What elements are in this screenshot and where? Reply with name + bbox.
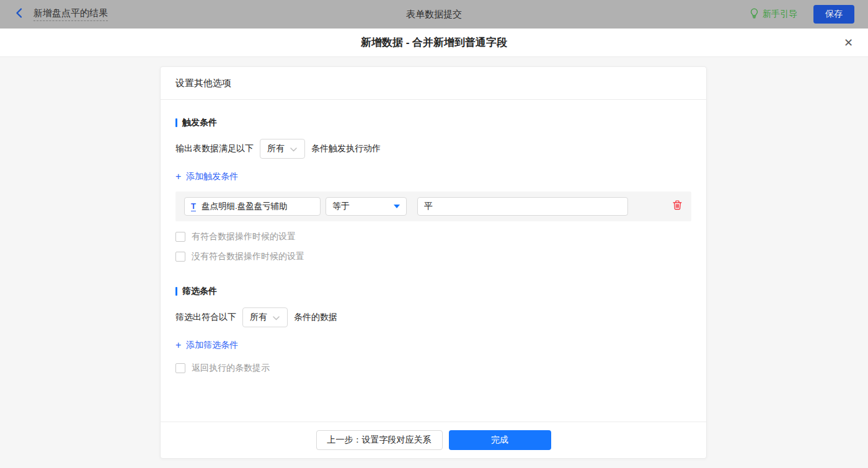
condition-field-select[interactable]: T 盘点明细.盘盈盘亏辅助 <box>184 197 321 216</box>
card-footer: 上一步：设置字段对应关系 完成 <box>161 422 706 458</box>
workflow-title[interactable]: 新增盘点平的结果 <box>33 7 108 21</box>
trigger-section-title: 触发条件 <box>175 117 691 128</box>
chevron-down-icon <box>290 144 297 154</box>
chevron-left-icon <box>14 7 25 21</box>
card-header: 设置其他选项 <box>161 67 706 100</box>
condition-operator-value: 等于 <box>332 201 394 212</box>
close-icon[interactable]: ✕ <box>844 37 853 48</box>
topbar: 新增盘点平的结果 表单数据提交 新手引导 保存 <box>0 0 868 29</box>
back-button[interactable] <box>14 7 25 21</box>
caret-down-icon <box>394 205 400 208</box>
save-button[interactable]: 保存 <box>813 5 854 24</box>
trigger-sentence-suffix: 条件触发执行动作 <box>311 143 381 154</box>
filter-sentence-prefix: 筛选出符合以下 <box>175 312 236 323</box>
return-count-option[interactable]: 返回执行的条数提示 <box>175 363 691 374</box>
options-card: 设置其他选项 触发条件 输出表数据满足以下 所有 条件触发执行动作 + 添 <box>160 66 707 459</box>
checkbox-icon <box>175 252 185 262</box>
filter-section-title: 筛选条件 <box>175 286 691 297</box>
trigger-condition-sentence: 输出表数据满足以下 所有 条件触发执行动作 <box>175 139 691 159</box>
text-field-type-icon: T <box>191 202 196 211</box>
filter-section: 筛选条件 筛选出符合以下 所有 条件的数据 + 添加筛选条件 <box>175 286 691 374</box>
modal-body: 设置其他选项 触发条件 输出表数据满足以下 所有 条件触发执行动作 + 添 <box>0 58 868 468</box>
topbar-right: 新手引导 保存 <box>750 5 854 24</box>
finish-button[interactable]: 完成 <box>449 430 551 450</box>
section-marker <box>175 287 177 296</box>
beginner-guide-label: 新手引导 <box>763 9 797 20</box>
modal-header: 新增数据 - 合并新增到普通字段 ✕ <box>0 29 868 57</box>
filter-match-select[interactable]: 所有 <box>242 307 288 327</box>
beginner-guide-link[interactable]: 新手引导 <box>750 8 797 20</box>
plus-icon: + <box>175 340 181 350</box>
condition-value-input[interactable] <box>417 197 628 216</box>
card-body: 触发条件 输出表数据满足以下 所有 条件触发执行动作 + 添加触发条件 T <box>161 100 706 422</box>
filter-sentence-suffix: 条件的数据 <box>294 312 337 323</box>
condition-field-value: 盘点明细.盘盈盘亏辅助 <box>202 201 288 212</box>
checkbox-icon <box>175 232 185 242</box>
add-filter-condition-link[interactable]: + 添加筛选条件 <box>175 340 238 351</box>
modal-title: 新增数据 - 合并新增到普通字段 <box>361 35 507 50</box>
topbar-center-title: 表单数据提交 <box>0 9 868 20</box>
checkbox-icon <box>175 363 185 373</box>
filter-condition-sentence: 筛选出符合以下 所有 条件的数据 <box>175 307 691 327</box>
has-matching-data-option[interactable]: 有符合数据操作时候的设置 <box>175 231 691 242</box>
no-matching-data-option[interactable]: 没有符合数据操作时候的设置 <box>175 251 691 262</box>
delete-condition-button[interactable] <box>673 200 682 213</box>
section-marker <box>175 118 177 127</box>
chevron-down-icon <box>273 312 280 322</box>
plus-icon: + <box>175 172 181 182</box>
add-trigger-condition-link[interactable]: + 添加触发条件 <box>175 171 238 182</box>
trigger-match-select[interactable]: 所有 <box>260 139 305 159</box>
trigger-condition-row: T 盘点明细.盘盈盘亏辅助 等于 <box>175 192 691 221</box>
lightbulb-icon <box>750 8 759 20</box>
trigger-sentence-prefix: 输出表数据满足以下 <box>175 143 254 154</box>
condition-operator-select[interactable]: 等于 <box>326 197 407 216</box>
trash-icon <box>673 200 682 213</box>
previous-step-button[interactable]: 上一步：设置字段对应关系 <box>316 430 443 450</box>
